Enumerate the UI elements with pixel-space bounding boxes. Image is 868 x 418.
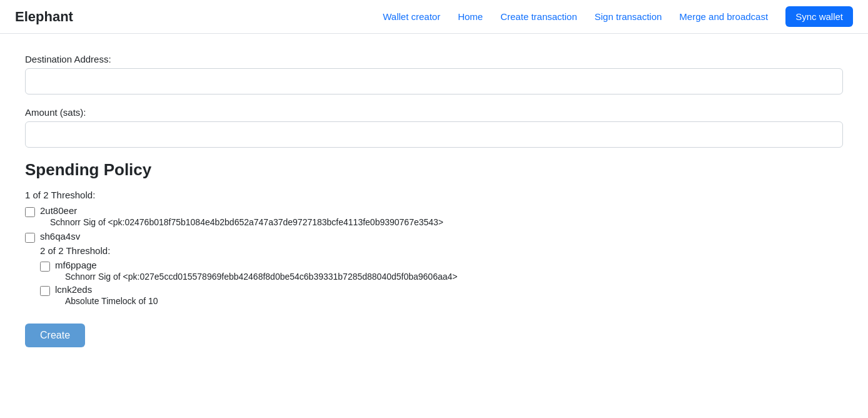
spending-policy-title: Spending Policy bbox=[25, 160, 843, 180]
destination-address-label: Destination Address: bbox=[25, 54, 843, 64]
nested-item-lcnk2eds-name: lcnk2eds bbox=[55, 284, 158, 295]
checkbox-mf6ppage[interactable] bbox=[40, 262, 50, 272]
policy-item-sh6qa4sv: sh6qa4sv bbox=[25, 231, 843, 243]
nested-item-mf6ppage-detail: Schnorr Sig of <pk:027e5ccd015578969febb… bbox=[65, 272, 457, 282]
nested-item-lcnk2eds: lcnk2eds Absolute Timelock of 10 bbox=[40, 284, 843, 306]
nav-sign-transaction[interactable]: Sign transaction bbox=[595, 11, 662, 22]
nav-merge-broadcast[interactable]: Merge and broadcast bbox=[679, 11, 768, 22]
checkbox-2ut80eer[interactable] bbox=[25, 207, 35, 217]
main-content: Destination Address: Amount (sats): Spen… bbox=[0, 34, 868, 367]
policy-item-2ut80eer-name: 2ut80eer bbox=[40, 205, 443, 216]
nested-item-lcnk2eds-detail: Absolute Timelock of 10 bbox=[65, 296, 158, 306]
policy-item-2ut80eer-detail: Schnorr Sig of <pk:02476b018f75b1084e4b2… bbox=[50, 217, 443, 227]
nested-threshold-label: 2 of 2 Threshold: bbox=[40, 245, 843, 256]
nav-create-transaction[interactable]: Create transaction bbox=[500, 11, 577, 22]
checkbox-lcnk2eds[interactable] bbox=[40, 286, 50, 296]
amount-group: Amount (sats): bbox=[25, 107, 843, 148]
policy-item-2ut80eer-content: 2ut80eer Schnorr Sig of <pk:02476b018f75… bbox=[40, 205, 443, 227]
amount-input[interactable] bbox=[25, 121, 843, 148]
policy-item-2ut80eer: 2ut80eer Schnorr Sig of <pk:02476b018f75… bbox=[25, 205, 843, 227]
nested-item-mf6ppage-content: mf6ppage Schnorr Sig of <pk:027e5ccd0155… bbox=[55, 260, 457, 282]
nested-item-lcnk2eds-content: lcnk2eds Absolute Timelock of 10 bbox=[55, 284, 158, 306]
nested-item-mf6ppage-name: mf6ppage bbox=[55, 260, 457, 270]
sync-wallet-button[interactable]: Sync wallet bbox=[785, 6, 853, 27]
policy-item-sh6qa4sv-name: sh6qa4sv bbox=[40, 231, 80, 242]
threshold-1-label: 1 of 2 Threshold: bbox=[25, 190, 843, 200]
app-brand[interactable]: Elephant bbox=[15, 9, 73, 25]
destination-address-input[interactable] bbox=[25, 68, 843, 94]
policy-item-sh6qa4sv-content: sh6qa4sv bbox=[40, 231, 80, 242]
create-button[interactable]: Create bbox=[25, 324, 85, 347]
navbar: Elephant Wallet creator Home Create tran… bbox=[0, 0, 868, 34]
checkbox-sh6qa4sv[interactable] bbox=[25, 233, 35, 243]
nav-home[interactable]: Home bbox=[458, 11, 483, 22]
amount-label: Amount (sats): bbox=[25, 107, 843, 118]
nav-wallet-creator[interactable]: Wallet creator bbox=[383, 11, 440, 22]
nested-item-mf6ppage: mf6ppage Schnorr Sig of <pk:027e5ccd0155… bbox=[40, 260, 843, 282]
navbar-links: Wallet creator Home Create transaction S… bbox=[383, 6, 853, 27]
destination-address-group: Destination Address: bbox=[25, 54, 843, 94]
spending-policy-section: Spending Policy 1 of 2 Threshold: 2ut80e… bbox=[25, 160, 843, 306]
